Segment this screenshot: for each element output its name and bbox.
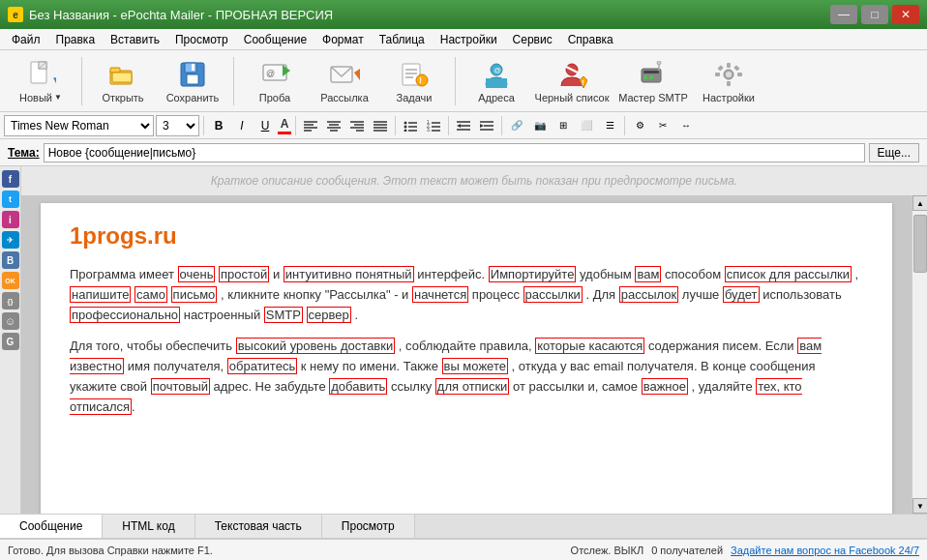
blacklist-button[interactable]: ! Черный список <box>533 54 611 108</box>
svg-rect-41 <box>737 73 742 76</box>
blacklist-label: Черный список <box>535 92 610 103</box>
menu-view[interactable]: Просмотр <box>167 31 236 48</box>
send-button[interactable]: Рассылка <box>312 54 377 108</box>
align-left-button[interactable] <box>300 115 321 136</box>
align-justify-button[interactable] <box>370 115 391 136</box>
braces-icon[interactable]: {} <box>2 292 19 309</box>
italic-button[interactable]: I <box>231 115 253 136</box>
telegram-icon[interactable]: ✈ <box>2 231 19 249</box>
menu-bar: Файл Правка Вставить Просмотр Сообщение … <box>0 29 927 50</box>
smtp-label: Мастер SMTP <box>618 92 688 103</box>
scroll-thumb[interactable] <box>913 215 927 273</box>
svg-rect-6 <box>112 73 132 82</box>
svg-rect-8 <box>185 63 196 73</box>
menu-edit[interactable]: Правка <box>48 31 104 48</box>
menu-insert[interactable]: Вставить <box>103 31 167 48</box>
tab-text[interactable]: Текстовая часть <box>195 515 322 538</box>
new-button[interactable]: ▼ Новый ▼ <box>8 54 74 108</box>
test-button[interactable]: @ Проба <box>242 54 308 108</box>
menu-file[interactable]: Файл <box>4 31 48 48</box>
svg-text:@: @ <box>493 66 501 74</box>
menu-table[interactable]: Таблица <box>372 31 433 48</box>
settings-icon <box>713 59 744 90</box>
menu-service[interactable]: Сервис <box>505 31 560 48</box>
subject-input[interactable] <box>44 143 865 162</box>
ok-icon[interactable]: OK <box>2 272 19 289</box>
smile-icon[interactable]: ☺ <box>2 312 19 330</box>
open-button[interactable]: Открыть <box>90 54 156 108</box>
minimize-button[interactable]: — <box>830 5 857 24</box>
svg-text:@: @ <box>266 69 275 78</box>
tab-message[interactable]: Сообщение <box>0 515 103 538</box>
addr-button[interactable]: @ Адреса <box>464 54 529 108</box>
underline-button[interactable]: U <box>254 115 276 136</box>
smtp-button[interactable]: Мастер SMTP <box>614 54 692 108</box>
svg-rect-38 <box>727 63 731 68</box>
twitter-icon[interactable]: t <box>2 191 19 208</box>
editor-scrollbar[interactable]: ▲ ▼ <box>912 195 927 514</box>
special-btn-7[interactable]: ↔ <box>675 115 697 136</box>
scroll-up-button[interactable]: ▲ <box>912 195 927 211</box>
tab-html[interactable]: HTML код <box>103 515 194 538</box>
bold-button[interactable]: B <box>208 115 229 136</box>
special-btn-6[interactable]: ✂ <box>652 115 673 136</box>
open-label: Открыть <box>102 92 143 103</box>
svg-point-32 <box>643 75 647 79</box>
font-size-selector[interactable]: 3 <box>156 115 199 136</box>
g-icon[interactable]: G <box>2 333 19 350</box>
smtp-icon <box>638 59 669 90</box>
vk-icon[interactable]: B <box>2 251 19 269</box>
subject-label[interactable]: Тема: <box>8 146 40 160</box>
svg-text:!: ! <box>582 78 584 87</box>
list-unordered-button[interactable] <box>400 115 421 136</box>
instagram-icon[interactable]: i <box>2 211 19 228</box>
settings-button[interactable]: Настройки <box>696 54 762 108</box>
svg-rect-40 <box>715 73 720 76</box>
test-label: Проба <box>259 92 290 103</box>
table-insert-button[interactable]: ⊞ <box>553 115 574 136</box>
svg-rect-10 <box>192 64 194 71</box>
editor-scroll-area[interactable]: 1progs.ru Программа имеет очень простой … <box>21 195 912 514</box>
maximize-button[interactable]: □ <box>861 5 888 24</box>
special-btn-1[interactable]: 🔗 <box>506 115 527 136</box>
svg-marker-75 <box>457 124 461 128</box>
special-btn-2[interactable]: 📷 <box>529 115 551 136</box>
subject-more-button[interactable]: Еще... <box>869 143 919 162</box>
status-recipients: 0 получателей <box>651 545 723 556</box>
close-button[interactable]: ✕ <box>892 5 919 24</box>
font-selector[interactable]: Times New Roman <box>4 115 154 136</box>
status-fb-link[interactable]: Задайте нам вопрос на Facebook 24/7 <box>731 545 919 556</box>
status-ready: Готово. Для вызова Справки нажмите F1. <box>8 545 563 556</box>
toolbar-sep-2 <box>233 57 234 105</box>
menu-settings[interactable]: Настройки <box>433 31 505 48</box>
facebook-icon[interactable]: f <box>2 170 19 188</box>
menu-help[interactable]: Справка <box>560 31 621 48</box>
align-right-button[interactable] <box>346 115 368 136</box>
svg-point-62 <box>404 125 407 128</box>
text-color-button[interactable]: A <box>278 117 291 134</box>
save-label: Сохранить <box>166 92 220 103</box>
indent-button[interactable] <box>476 115 497 136</box>
align-center-button[interactable] <box>323 115 344 136</box>
tasks-button[interactable]: ! Задачи <box>381 54 447 108</box>
scroll-down-button[interactable]: ▼ <box>912 498 927 514</box>
scroll-track[interactable] <box>912 211 927 498</box>
list-ordered-button[interactable]: 1.2.3. <box>423 115 444 136</box>
editor-page[interactable]: 1progs.ru Программа имеет очень простой … <box>41 203 892 514</box>
svg-rect-31 <box>643 71 659 74</box>
special-btn-3[interactable]: ⬜ <box>576 115 597 136</box>
tab-preview[interactable]: Просмотр <box>322 515 415 538</box>
svg-text:!: ! <box>419 75 422 85</box>
special-btn-5[interactable]: ⚙ <box>629 115 650 136</box>
menu-message[interactable]: Сообщение <box>236 31 314 48</box>
outdent-button[interactable] <box>453 115 474 136</box>
menu-format[interactable]: Формат <box>314 31 372 48</box>
new-dropdown-arrow[interactable]: ▼ <box>54 93 62 102</box>
svg-rect-42 <box>717 65 723 71</box>
new-label: Новый <box>19 92 52 103</box>
status-tracking: Отслеж. ВЫКЛ <box>571 545 644 556</box>
save-button[interactable]: Сохранить <box>160 54 225 108</box>
special-btn-4[interactable]: ☰ <box>599 115 620 136</box>
tab-bar: Сообщение HTML код Текстовая часть Просм… <box>0 514 927 539</box>
tasks-icon: ! <box>399 59 430 90</box>
